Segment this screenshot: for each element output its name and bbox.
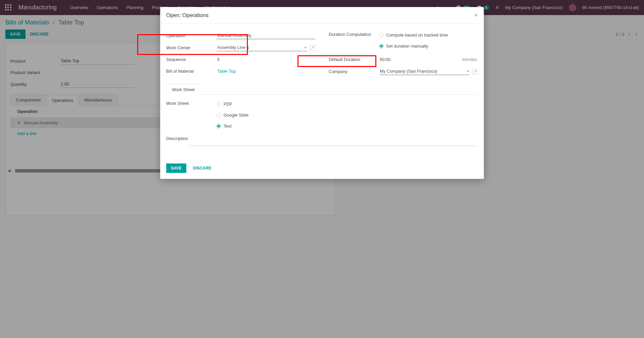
default-duration-label: Default Duration: [329, 57, 379, 62]
sequence-label: Sequence: [166, 57, 217, 62]
modal-discard-button[interactable]: DISCARD: [188, 163, 216, 173]
radio-icon: [217, 113, 221, 117]
modal-title: Open: Operations: [166, 12, 209, 18]
radio-icon: [217, 102, 221, 106]
worksheet-opt-pdf[interactable]: PDF: [217, 101, 249, 107]
default-duration-input[interactable]: 60:00 minutes: [379, 56, 478, 63]
worksheet-opt-text[interactable]: Text: [217, 123, 249, 129]
company-select[interactable]: My Company (San Francisco) ▾: [379, 68, 470, 75]
bom-label: Bill of Material: [166, 69, 217, 74]
workcenter-select[interactable]: Assembly Line 1 ▾: [217, 44, 307, 51]
external-link-icon[interactable]: ↗: [310, 45, 315, 51]
duration-comp-label: Duration Computation: [329, 32, 379, 37]
operation-input[interactable]: Manual Assembly: [217, 32, 316, 39]
description-label: Description: [166, 136, 188, 141]
close-icon[interactable]: ×: [474, 12, 478, 19]
worksheet-opt-gslide[interactable]: Google Slide: [217, 112, 249, 118]
workcenter-label: Work Center: [166, 45, 217, 50]
worksheet-label: Work Sheet: [166, 101, 217, 129]
operations-modal: Open: Operations × Operation Manual Asse…: [160, 7, 484, 179]
sequence-input[interactable]: 5: [217, 56, 316, 63]
radio-icon: [379, 44, 383, 48]
tab-worksheet[interactable]: Work Sheet: [166, 84, 201, 95]
description-input[interactable]: [190, 136, 478, 146]
modal-save-button[interactable]: SAVE: [166, 163, 186, 173]
bom-link[interactable]: Table Top: [217, 68, 316, 75]
radio-icon: [217, 124, 221, 128]
company-label: Company: [329, 69, 379, 74]
duration-opt-manual[interactable]: Set duration manually: [379, 43, 448, 49]
duration-opt-tracked[interactable]: Compute based on tracked time: [379, 32, 448, 38]
dropdown-icon: ▾: [305, 46, 306, 49]
radio-icon: [379, 33, 383, 37]
external-link-icon[interactable]: ↗: [472, 69, 478, 74]
dropdown-icon: ▾: [467, 69, 469, 73]
operation-label: Operation: [166, 33, 217, 38]
minutes-label: minutes: [462, 57, 477, 62]
